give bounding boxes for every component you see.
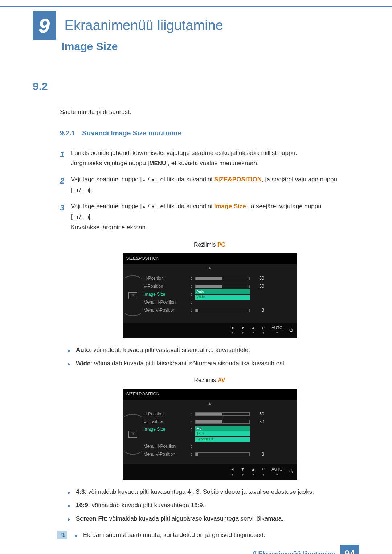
section-header: 9.2 Image Size <box>33 40 359 93</box>
section-title: Image Size <box>61 40 118 53</box>
step-2: 2 Vajutage seadmel nuppe [▲ / ▼], et lii… <box>60 175 359 196</box>
up-arrow-icon: ▲ <box>123 264 297 272</box>
size-position-keyword: SIZE&POSITION <box>214 176 262 183</box>
step-number: 2 <box>60 175 71 196</box>
bullet-icon: ● <box>74 530 83 540</box>
osd-sidebar: ⌒ ▯▯▯ ⌒ <box>127 410 139 458</box>
osd-row-menuvpos: Menu V-Position: 3 <box>144 307 293 315</box>
osd-slider <box>195 309 250 312</box>
step-number: 1 <box>60 148 71 169</box>
note-icon: ✎ <box>57 531 67 539</box>
subsection-number: 9.2.1 <box>60 129 75 137</box>
osd-title: SIZE&POSITION <box>123 253 297 264</box>
osd-footer: ◄▼ ▼▼ ▲▼ ↵▼ AUTO▼ ⏻ <box>123 323 297 338</box>
osd-row-vposition: V-Position: 50 <box>144 418 293 426</box>
osd-row-imagesize: Image Size: 4:3 16:9 Screen Fit <box>144 426 293 442</box>
osd-slider <box>195 277 250 280</box>
enter-icon <box>83 216 89 219</box>
page: 9 Ekraanimenüü liigutamine 9.2 Image Siz… <box>0 0 392 554</box>
osd-down-icon: ▼▼ <box>241 466 245 477</box>
down-triangle-icon: ▼ <box>151 203 155 210</box>
up-triangle-icon: ▲ <box>142 177 146 184</box>
up-triangle-icon: ▲ <box>142 203 146 210</box>
chapter-header: 9 Ekraanimenüü liigutamine <box>33 11 359 40</box>
step-text: Vajutage seadmel nuppe [▲ / ▼], et liiku… <box>71 201 359 233</box>
bullet-auto: ● Auto: võimaldab kuvada pilti vastavalt… <box>67 345 359 355</box>
bullet-169: ● 16:9: võimaldab kuvada pilti kuvasuhte… <box>67 500 359 510</box>
chapter-title: Ekraanimenüü liigutamine <box>65 18 223 33</box>
osd-row-menuvpos: Menu V-Position: 3 <box>144 450 293 458</box>
osd-menu: H-Position: 50 V-Position: 50 Image Size… <box>139 275 293 317</box>
bullet-icon: ● <box>67 345 76 355</box>
osd-up-icon: ▲▼ <box>251 466 255 477</box>
page-footer: 9 Ekraanimenüü liigutamine 94 <box>253 545 359 554</box>
osd-enter-icon: ↵▼ <box>262 325 265 336</box>
osd-option-43: 4:3 <box>195 426 250 431</box>
osd-back-icon: ◄▼ <box>230 466 234 477</box>
osd-down-icon: ▼▼ <box>241 325 245 336</box>
image-size-keyword: Image Size <box>214 203 246 210</box>
bullet-43: ● 4:3: võimaldab kuvada pilti kuvasuhteg… <box>67 487 359 497</box>
page-number: 94 <box>340 545 359 554</box>
subsection-title: Suvandi Image Size muutmine <box>82 129 181 137</box>
step-3: 3 Vajutage seadmel nuppe [▲ / ▼], et lii… <box>60 201 359 233</box>
note-bullet: ● Ekraani suurust saab muuta, kui täidet… <box>74 530 265 540</box>
osd-auto-label: AUTO▼ <box>271 466 282 477</box>
bullet-icon: ● <box>67 487 76 497</box>
section-intro: Saate muuta pildi suurust. <box>60 107 359 117</box>
chapter-number: 9 <box>33 11 56 40</box>
osd-auto-label: AUTO▼ <box>271 325 282 336</box>
bullet-wide: ● Wide: võimaldab kuvada pilti täisekraa… <box>67 358 359 368</box>
enter-icon <box>83 189 89 192</box>
osd-screenshot-av: SIZE&POSITION ▲ ⌒ ▯▯▯ ⌒ H-Position: 50 V… <box>123 389 297 480</box>
up-arrow-icon: ▲ <box>123 400 297 407</box>
subsection-header: 9.2.1 Suvandi Image Size muutmine <box>60 128 359 139</box>
osd-row-menuhpos: Menu H-Position: <box>144 442 293 450</box>
osd-slider <box>195 412 250 416</box>
osd-option-screenfit: Screen Fit <box>195 437 250 442</box>
osd-footer: ◄▼ ▼▼ ▲▼ ↵▼ AUTO▼ ⏻ <box>123 464 297 479</box>
osd-power-icon: ⏻ <box>289 469 293 475</box>
osd-option-auto: Auto <box>195 289 250 294</box>
osd-option-169: 16:9 <box>195 431 250 436</box>
osd-slider <box>195 452 250 456</box>
step-text: Vajutage seadmel nuppe [▲ / ▼], et liiku… <box>71 175 359 196</box>
osd-up-icon: ▲▼ <box>251 325 255 336</box>
bullet-list-pc: ● Auto: võimaldab kuvada pilti vastavalt… <box>67 345 359 368</box>
osd-row-hposition: H-Position: 50 <box>144 275 293 283</box>
section-number: 9.2 <box>33 80 60 93</box>
osd-option-wide: Wide <box>195 295 250 300</box>
footer-text: 9 Ekraanimenüü liigutamine <box>253 550 335 554</box>
bullet-icon: ● <box>67 358 76 368</box>
osd-slider <box>195 420 250 424</box>
note: ✎ ● Ekraani suurust saab muuta, kui täid… <box>60 530 359 540</box>
osd-row-imagesize: Image Size: Auto Wide <box>144 291 293 299</box>
osd-slider <box>195 285 250 288</box>
mode-av-label: Režiimis AV <box>60 376 359 385</box>
osd-body: ⌒ ▯▯▯ ⌒ H-Position: 50 V-Position: 50 <box>123 272 297 323</box>
mode-pc-label: Režiimis PC <box>60 240 359 250</box>
osd-row-hposition: H-Position: 50 <box>144 410 293 418</box>
osd-power-icon: ⏻ <box>289 327 293 333</box>
step-text: Funktsioonide juhendi kuvamiseks vajutag… <box>71 148 359 169</box>
top-rule <box>0 6 392 7</box>
osd-enter-icon: ↵▼ <box>262 466 265 477</box>
osd-sidebar: ⌒ ▯▯▯ ⌒ <box>127 275 139 317</box>
osd-screenshot-pc: SIZE&POSITION ▲ ⌒ ▯▯▯ ⌒ H-Position: 50 V… <box>123 253 297 338</box>
bullet-icon: ● <box>67 514 76 524</box>
down-triangle-icon: ▼ <box>151 177 155 184</box>
content-area: Saate muuta pildi suurust. 9.2.1 Suvandi… <box>60 107 359 540</box>
osd-title: SIZE&POSITION <box>123 389 297 400</box>
step-1: 1 Funktsioonide juhendi kuvamiseks vajut… <box>60 148 359 169</box>
bullet-list-av: ● 4:3: võimaldab kuvada pilti kuvasuhteg… <box>67 487 359 524</box>
menu-keyword: MENU <box>149 160 166 166</box>
bullet-icon: ● <box>67 500 76 510</box>
rect-icon <box>73 189 78 192</box>
step-number: 3 <box>60 201 71 233</box>
osd-body: ⌒ ▯▯▯ ⌒ H-Position: 50 V-Position: 50 <box>123 407 297 464</box>
note-text: Ekraani suurust saab muuta, kui täidetud… <box>83 530 265 540</box>
osd-back-icon: ◄▼ <box>230 325 234 336</box>
rect-icon <box>73 216 78 219</box>
osd-menu: H-Position: 50 V-Position: 50 Image Size… <box>139 410 293 458</box>
bullet-screenfit: ● Screen Fit: võimaldab kuvada pilti alg… <box>67 514 359 524</box>
